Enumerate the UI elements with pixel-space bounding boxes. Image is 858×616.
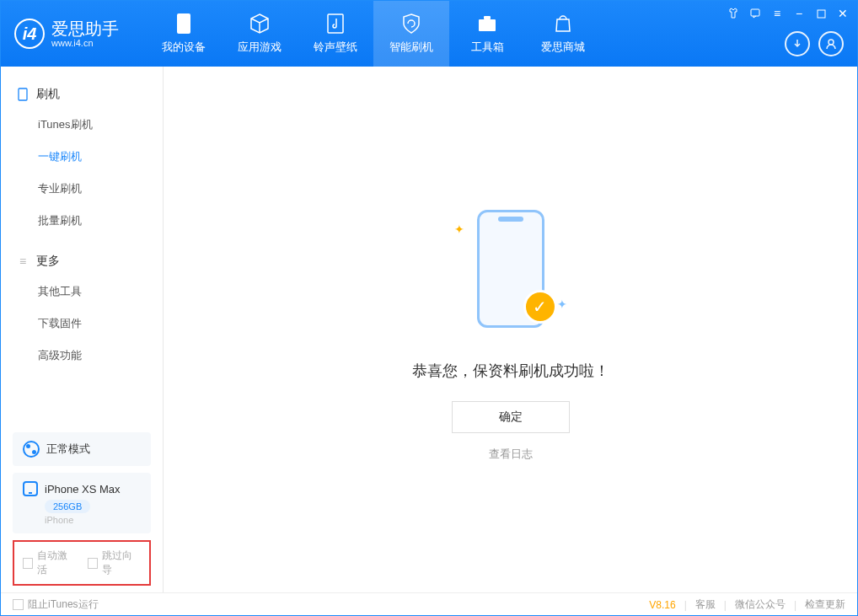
highlighted-checkbox-row: 自动激活 跳过向导: [13, 540, 151, 586]
device-card[interactable]: iPhone XS Max 256GB iPhone: [13, 473, 151, 533]
toolbox-icon: [476, 13, 498, 35]
group-title: 刷机: [36, 87, 60, 102]
list-icon: ≡: [16, 254, 29, 268]
sidebar-item-advanced[interactable]: 高级功能: [1, 340, 163, 372]
device-type: iPhone: [45, 515, 73, 525]
app-logo-icon: i4: [14, 19, 45, 49]
sidebar-item-pro-flash[interactable]: 专业刷机: [1, 173, 163, 205]
tab-label: 我的设备: [162, 40, 206, 55]
app-header: i4 爱思助手 www.i4.cn 我的设备 应用游戏 铃声壁纸 智能刷机 工具…: [1, 1, 857, 67]
tab-label: 工具箱: [471, 40, 504, 55]
separator: |: [684, 599, 687, 611]
customer-service-link[interactable]: 客服: [695, 597, 716, 612]
window-controls: ≡ − ✕: [726, 6, 850, 21]
svg-rect-4: [751, 9, 759, 16]
wechat-link[interactable]: 微信公众号: [735, 597, 786, 612]
bag-icon: [552, 13, 574, 35]
app-title: 爱思助手: [51, 19, 119, 38]
svg-rect-3: [484, 16, 491, 19]
tab-label: 爱思商城: [541, 40, 585, 55]
sidebar-item-oneclick-flash[interactable]: 一键刷机: [1, 141, 163, 173]
check-update-link[interactable]: 检查更新: [805, 597, 845, 612]
separator: |: [724, 599, 727, 611]
main-content: ✦ ✓ ✦ 恭喜您，保资料刷机成功啦！ 确定 查看日志: [164, 67, 857, 592]
sidebar-bottom: 正常模式 iPhone XS Max 256GB iPhone 自动激活 跳过向…: [1, 426, 163, 592]
footer-right: V8.16 | 客服 | 微信公众号 | 检查更新: [649, 597, 845, 612]
nav-tabs: 我的设备 应用游戏 铃声壁纸 智能刷机 工具箱 爱思商城: [146, 1, 601, 67]
sidebar-scroll: 刷机 iTunes刷机 一键刷机 专业刷机 批量刷机 ≡ 更多 其他工具 下载固…: [1, 67, 163, 426]
checkbox-box-icon: [23, 558, 33, 569]
checkmark-badge-icon: ✓: [523, 290, 557, 324]
menu-icon[interactable]: ≡: [770, 6, 785, 21]
tab-apps-games[interactable]: 应用游戏: [222, 1, 298, 67]
checkbox-label: 跳过向导: [102, 549, 141, 577]
sidebar-item-other-tools[interactable]: 其他工具: [1, 276, 163, 308]
tab-my-device[interactable]: 我的设备: [146, 1, 222, 67]
sparkle-icon: ✦: [557, 297, 567, 311]
success-illustration: ✦ ✓ ✦: [448, 197, 574, 340]
success-message: 恭喜您，保资料刷机成功啦！: [412, 361, 609, 381]
logo-text: 爱思助手 www.i4.cn: [51, 19, 119, 48]
close-button[interactable]: ✕: [835, 6, 850, 21]
sidebar: 刷机 iTunes刷机 一键刷机 专业刷机 批量刷机 ≡ 更多 其他工具 下载固…: [1, 67, 164, 592]
tab-ringtones-wallpapers[interactable]: 铃声壁纸: [298, 1, 373, 67]
app-footer: 阻止iTunes运行 V8.16 | 客服 | 微信公众号 | 检查更新: [1, 592, 857, 616]
svg-rect-2: [479, 19, 496, 31]
sidebar-item-batch-flash[interactable]: 批量刷机: [1, 205, 163, 237]
shield-refresh-icon: [400, 13, 422, 35]
version-label: V8.16: [649, 599, 675, 611]
checkbox-block-itunes[interactable]: 阻止iTunes运行: [13, 597, 99, 612]
device-name: iPhone XS Max: [45, 483, 121, 495]
cube-icon: [249, 13, 271, 35]
tab-toolbox[interactable]: 工具箱: [449, 1, 525, 67]
checkbox-box-icon: [13, 599, 24, 610]
checkbox-label: 阻止iTunes运行: [28, 597, 99, 612]
mode-label: 正常模式: [46, 442, 90, 457]
sparkle-icon: ✦: [454, 222, 464, 236]
app-body: 刷机 iTunes刷机 一键刷机 专业刷机 批量刷机 ≡ 更多 其他工具 下载固…: [1, 67, 857, 592]
header-right-buttons: [785, 31, 844, 56]
phone-icon: [173, 13, 195, 35]
shirt-icon[interactable]: [726, 6, 741, 21]
view-log-link[interactable]: 查看日志: [489, 447, 533, 462]
minimize-button[interactable]: −: [791, 6, 807, 21]
svg-rect-0: [177, 13, 190, 34]
capacity-badge: 256GB: [45, 500, 90, 513]
svg-point-6: [829, 40, 834, 45]
logo-area: i4 爱思助手 www.i4.cn: [1, 19, 132, 49]
tab-label: 铃声壁纸: [314, 40, 357, 55]
sidebar-item-itunes-flash[interactable]: iTunes刷机: [1, 109, 163, 141]
checkbox-label: 自动激活: [37, 549, 76, 577]
music-note-icon: [324, 13, 346, 35]
checkbox-skip-guide[interactable]: 跳过向导: [88, 549, 141, 577]
tab-smart-flash[interactable]: 智能刷机: [373, 1, 449, 67]
mode-card[interactable]: 正常模式: [13, 432, 151, 466]
device-icon: [23, 481, 38, 496]
tab-store[interactable]: 爱思商城: [525, 1, 601, 67]
user-button[interactable]: [818, 31, 844, 56]
tab-label: 智能刷机: [389, 40, 433, 55]
device-icon: [16, 88, 29, 101]
separator: |: [794, 599, 796, 611]
mode-icon: [23, 441, 40, 458]
svg-rect-1: [328, 14, 343, 33]
maximize-button[interactable]: [813, 6, 829, 21]
feedback-icon[interactable]: [748, 6, 763, 21]
group-title: 更多: [36, 254, 60, 269]
checkbox-box-icon: [88, 558, 98, 569]
ok-button[interactable]: 确定: [452, 401, 570, 433]
checkbox-auto-activate[interactable]: 自动激活: [23, 549, 76, 577]
tab-label: 应用游戏: [238, 40, 282, 55]
sidebar-group-more[interactable]: ≡ 更多: [1, 247, 163, 276]
svg-rect-5: [818, 10, 825, 18]
sidebar-item-download-firmware[interactable]: 下载固件: [1, 308, 163, 340]
download-button[interactable]: [785, 31, 810, 56]
svg-rect-7: [19, 88, 27, 100]
sidebar-group-flash[interactable]: 刷机: [1, 80, 163, 109]
app-subtitle: www.i4.cn: [51, 38, 119, 48]
